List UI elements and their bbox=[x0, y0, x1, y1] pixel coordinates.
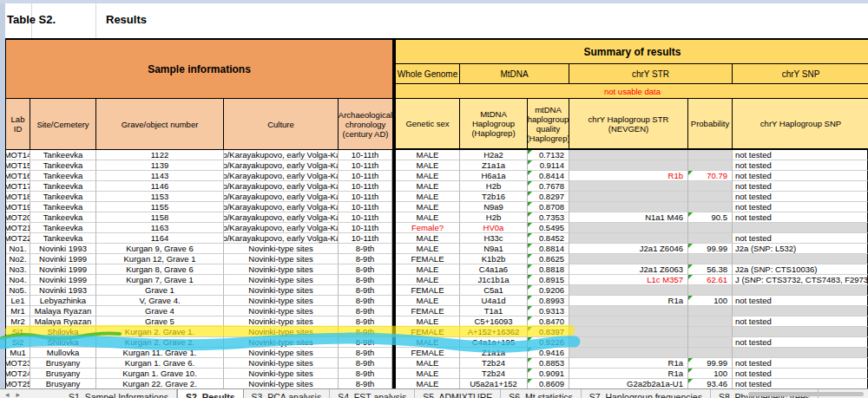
cell-prob[interactable]: 70.79 bbox=[688, 171, 733, 181]
cell-mt[interactable]: C4a1a+195 bbox=[460, 337, 528, 348]
cell-prob[interactable] bbox=[688, 160, 733, 171]
cell-q[interactable]: 0.8708 bbox=[528, 202, 569, 212]
cell-chron[interactable]: 8-9th bbox=[339, 306, 392, 316]
cell-sex[interactable]: MALE bbox=[396, 192, 460, 202]
cell-snp[interactable] bbox=[733, 306, 868, 316]
cell-sex[interactable]: MALE bbox=[396, 212, 460, 223]
cell-site[interactable]: Novinki 1999 bbox=[30, 264, 96, 275]
cell-snp[interactable]: not tested bbox=[733, 192, 868, 202]
col-header-chronology[interactable]: Archaeological chronology (century AD) bbox=[339, 99, 392, 150]
cell-grave[interactable]: Kurgan 1. Grave 6. bbox=[96, 358, 224, 369]
cell-snp[interactable]: not tested bbox=[733, 181, 868, 192]
cell-q[interactable]: 0.9313 bbox=[528, 306, 569, 316]
cell-chron[interactable]: 8-9th bbox=[339, 285, 392, 296]
cell-snp[interactable]: not tested bbox=[733, 337, 868, 348]
cell-snp[interactable]: not tested bbox=[733, 233, 868, 244]
cell-lab[interactable]: Si1 bbox=[6, 327, 30, 337]
cell-str[interactable]: N1a1 M46 bbox=[569, 212, 688, 223]
cell-lab[interactable]: Mr1 bbox=[6, 306, 30, 316]
cell-prob[interactable] bbox=[688, 223, 733, 233]
cell-str[interactable]: J2a1 Z6046 bbox=[569, 244, 688, 254]
cell-sex[interactable]: MALE bbox=[396, 181, 460, 192]
cell-snp[interactable] bbox=[733, 254, 868, 264]
cell-culture[interactable]: vo/Karayakupovo, early Volga-Kar bbox=[224, 223, 339, 233]
cell-grave[interactable]: Grave 4 bbox=[96, 306, 224, 316]
cell-str[interactable] bbox=[569, 306, 688, 316]
cell-q[interactable]: 0.9416 bbox=[528, 348, 569, 358]
table-row[interactable]: MOT19Tankeevka1155vo/Karayakupovo, early… bbox=[6, 202, 868, 212]
cell-culture[interactable]: vo/Karayakupovo, early Volga-Kar bbox=[224, 150, 339, 160]
cell-snp[interactable]: not tested bbox=[733, 358, 868, 369]
cell-mt[interactable]: H6a1a bbox=[460, 171, 528, 181]
cell-snp[interactable]: not tested bbox=[733, 212, 868, 223]
cell-mt[interactable]: H2a2 bbox=[460, 150, 528, 160]
cell-lab[interactable]: Mu1 bbox=[6, 348, 30, 358]
cell-q[interactable]: 0.8625 bbox=[528, 254, 569, 264]
cell-site[interactable]: Tankeevka bbox=[30, 233, 96, 244]
table-row[interactable]: No2.Novinki 1999Kurgan 12, Grave 1Novink… bbox=[6, 254, 868, 264]
cell-lab[interactable]: MOT20 bbox=[6, 212, 30, 223]
cell-culture[interactable]: Novinki-type sites bbox=[224, 244, 339, 254]
table-row[interactable]: Mr2Malaya RyazanGrave 5Novinki-type site… bbox=[6, 316, 868, 327]
cell-mt[interactable]: A+152+16362 bbox=[460, 327, 528, 337]
cell-grave[interactable]: 1122 bbox=[96, 150, 224, 160]
cell-mt[interactable]: Z1a1a bbox=[460, 348, 528, 358]
cell-chron[interactable]: 8-9th bbox=[339, 358, 392, 369]
cell-grave[interactable]: 1146 bbox=[96, 181, 224, 192]
summary-of-results-header[interactable]: Summary of results bbox=[396, 40, 868, 64]
next-sheet-icon[interactable]: ▸ bbox=[16, 390, 21, 398]
sample-informations-header[interactable]: Sample informations bbox=[6, 40, 392, 99]
cell-q[interactable]: 0.8853 bbox=[528, 358, 569, 369]
cell-str[interactable]: R1b bbox=[569, 171, 688, 181]
cell-culture[interactable]: vo/Karayakupovo, early Volga-Kar bbox=[224, 192, 339, 202]
cell-site[interactable]: Novinki 1999 bbox=[30, 254, 96, 264]
table-row[interactable]: No3.Novinki 1999Kurgan 8, Grave 6Novinki… bbox=[6, 264, 868, 275]
cell-prob[interactable]: 56.38 bbox=[688, 264, 733, 275]
cell-lab[interactable]: Le1 bbox=[6, 296, 30, 306]
cell-lab[interactable]: MOT15 bbox=[6, 160, 30, 171]
cell-lab[interactable]: MOT18 bbox=[6, 192, 30, 202]
cell-str[interactable] bbox=[569, 181, 688, 192]
col-header-probability[interactable]: Probability bbox=[688, 99, 733, 149]
cell-str[interactable] bbox=[569, 223, 688, 233]
cell-culture[interactable]: Novinki-type sites bbox=[224, 327, 339, 337]
cell-prob[interactable] bbox=[688, 337, 733, 348]
cell-mt[interactable]: C5a1 bbox=[460, 285, 528, 296]
cell-sex[interactable]: MALE bbox=[396, 369, 460, 379]
cell-chron[interactable]: 10-11th bbox=[339, 160, 392, 171]
table-row[interactable]: Si2ShilovkaKurgan 2. Grave 2.Novinki-typ… bbox=[6, 337, 868, 348]
cell-str[interactable] bbox=[569, 337, 688, 348]
cell-snp[interactable] bbox=[733, 348, 868, 358]
cell-snp[interactable]: not tested bbox=[733, 202, 868, 212]
cell-grave[interactable]: V, Grave 4. bbox=[96, 296, 224, 306]
cell-lab[interactable]: No5. bbox=[6, 285, 30, 296]
cell-chron[interactable]: 10-11th bbox=[339, 212, 392, 223]
cell-prob[interactable]: 100 bbox=[688, 296, 733, 306]
cell-chron[interactable]: 8-9th bbox=[339, 327, 392, 337]
cell-str[interactable]: L1c M357 bbox=[569, 275, 688, 285]
cell-prob[interactable] bbox=[688, 327, 733, 337]
cell-q[interactable]: 0.8814 bbox=[528, 244, 569, 254]
cell-str[interactable] bbox=[569, 348, 688, 358]
cell-sex[interactable]: MALE bbox=[396, 264, 460, 275]
cell-str[interactable]: J2a1 Z6063 bbox=[569, 264, 688, 275]
cell-culture[interactable]: Novinki-type sites bbox=[224, 285, 339, 296]
cell-q[interactable]: 0.8452 bbox=[528, 233, 569, 244]
cell-lab[interactable]: MOT16 bbox=[6, 171, 30, 181]
cell-mt[interactable]: H2b bbox=[460, 181, 528, 192]
cell-site[interactable]: Malaya Ryazan bbox=[30, 306, 96, 316]
cell-lab[interactable]: No1. bbox=[6, 244, 30, 254]
sheet-tab-1[interactable]: S1. Sampel Informations bbox=[61, 389, 177, 398]
cell-str[interactable] bbox=[569, 192, 688, 202]
cell-lab[interactable]: MOT17 bbox=[6, 181, 30, 192]
cell-sex[interactable]: MALE bbox=[396, 337, 460, 348]
sheet-tab-6[interactable]: S6. Mt statistics bbox=[501, 389, 582, 398]
cell-prob[interactable] bbox=[688, 150, 733, 160]
cell-prob[interactable] bbox=[688, 202, 733, 212]
cell-chron[interactable]: 8-9th bbox=[339, 275, 392, 285]
cell-chron[interactable]: 8-9th bbox=[339, 369, 392, 379]
cell-culture[interactable]: Novinki-type sites bbox=[224, 316, 339, 327]
cell-site[interactable]: Tankeevka bbox=[30, 181, 96, 192]
table-row[interactable]: MOT20Tankeevka1158vo/Karayakupovo, early… bbox=[6, 212, 868, 223]
cell-chron[interactable]: 10-11th bbox=[339, 192, 392, 202]
